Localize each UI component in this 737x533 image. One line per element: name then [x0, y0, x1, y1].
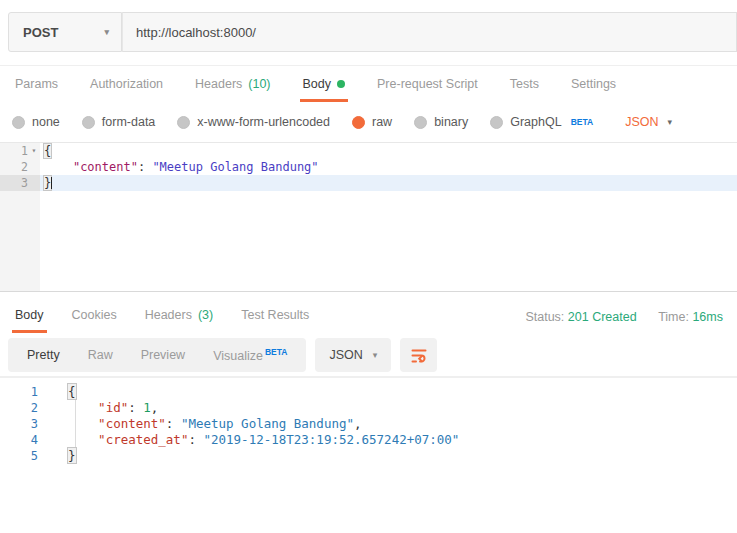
line-number: 1	[0, 384, 46, 400]
tab-body[interactable]: Body	[300, 66, 349, 102]
body-type-label: binary	[434, 115, 468, 129]
tab-label: Settings	[571, 77, 616, 91]
tab-label: Authorization	[90, 77, 163, 91]
code-text: "created_at": "2019-12-18T23:19:52.65724…	[68, 432, 459, 448]
status-label: Status:	[525, 310, 564, 324]
tab-params[interactable]: Params	[12, 66, 61, 102]
response-view-switch: PrettyRawPreviewVisualizeBETA	[8, 338, 306, 372]
code-line: 3 "content": "Meetup Golang Bandung",	[0, 416, 737, 432]
chevron-down-icon: ▾	[104, 27, 109, 37]
radio-icon	[177, 116, 190, 129]
view-visualize[interactable]: VisualizeBETA	[199, 347, 301, 363]
tab-authorization[interactable]: Authorization	[87, 66, 166, 102]
code-text: "content": "Meetup Golang Bandung",	[68, 416, 362, 432]
response-language-label: JSON	[329, 348, 362, 362]
tab-label: Headers	[145, 308, 192, 322]
method-select[interactable]: POST ▾	[8, 12, 122, 52]
wrap-text-button[interactable]	[400, 338, 437, 372]
code-text: {	[40, 143, 51, 159]
code-line: 2 "id": 1,	[0, 400, 737, 416]
view-raw[interactable]: Raw	[74, 348, 127, 362]
beta-badge: BETA	[265, 347, 288, 357]
tab-label: Cookies	[72, 308, 117, 322]
tab-settings[interactable]: Settings	[568, 66, 619, 102]
response-tab-headers[interactable]: Headers(3)	[142, 294, 217, 333]
token-plain	[68, 400, 98, 415]
view-label: Pretty	[27, 348, 60, 362]
time-value: 16ms	[692, 310, 723, 324]
line-number-text: 2	[0, 159, 28, 175]
code-text: }	[40, 175, 52, 191]
radio-icon	[352, 116, 365, 129]
code-line: 1▾{	[0, 143, 737, 159]
view-pretty[interactable]: Pretty	[13, 348, 74, 362]
response-header: BodyCookiesHeaders(3)Test Results Status…	[0, 292, 737, 333]
body-type-graphql[interactable]: GraphQLBETA	[490, 115, 593, 129]
tab-label: Test Results	[241, 308, 309, 322]
code-line: 2 "content": "Meetup Golang Bandung"	[0, 159, 737, 175]
response-tab-test-results[interactable]: Test Results	[238, 294, 312, 333]
line-number: 5	[0, 448, 46, 464]
token-plain	[68, 432, 98, 447]
body-type-x-www-form-urlencoded[interactable]: x-www-form-urlencoded	[177, 115, 330, 129]
tab-pre-request-script[interactable]: Pre-request Script	[374, 66, 481, 102]
body-type-label: none	[32, 115, 60, 129]
body-type-binary[interactable]: binary	[414, 115, 468, 129]
token-rstr: "Meetup Golang Bandung"	[181, 416, 354, 431]
tab-label: Params	[15, 77, 58, 91]
token-rkey: "content"	[98, 416, 166, 431]
line-number: 4	[0, 432, 46, 448]
response-language-select[interactable]: JSON ▾	[315, 338, 391, 372]
code-line: 4 "created_at": "2019-12-18T23:19:52.657…	[0, 432, 737, 448]
status-value: 201 Created	[568, 310, 637, 324]
line-number-text: 3	[0, 175, 28, 191]
response-toolbar: PrettyRawPreviewVisualizeBETA JSON ▾	[8, 338, 729, 372]
token-plain	[44, 160, 73, 174]
method-label: POST	[23, 25, 58, 40]
url-input[interactable]	[122, 12, 737, 52]
token-plain: :	[188, 432, 203, 447]
wrap-text-icon	[410, 346, 428, 364]
response-body-viewer[interactable]: 1{2 "id": 1,3 "content": "Meetup Golang …	[0, 378, 737, 464]
tab-count-badge: (10)	[248, 77, 270, 91]
token-plain: :	[166, 416, 181, 431]
text-cursor	[51, 177, 52, 189]
token-str: "Meetup Golang Bandung"	[152, 160, 318, 174]
response-tab-body[interactable]: Body	[12, 294, 47, 333]
code-line: 3}	[0, 175, 737, 191]
tab-label: Body	[303, 77, 332, 91]
tab-label: Pre-request Script	[377, 77, 478, 91]
body-type-label: GraphQL	[510, 115, 561, 129]
token-key: "content"	[73, 160, 138, 174]
request-body-editor[interactable]: 1▾{2 "content": "Meetup Golang Bandung"3…	[0, 142, 737, 292]
body-type-form-data[interactable]: form-data	[82, 115, 156, 129]
view-label: Preview	[141, 348, 185, 362]
radio-icon	[414, 116, 427, 129]
body-type-raw[interactable]: raw	[352, 115, 392, 129]
request-url-bar: POST ▾	[8, 12, 737, 52]
token-plain: ,	[354, 416, 362, 431]
response-tab-cookies[interactable]: Cookies	[69, 294, 120, 333]
code-text: "content": "Meetup Golang Bandung"	[40, 159, 319, 175]
body-language-select[interactable]: JSON▾	[625, 115, 672, 129]
view-preview[interactable]: Preview	[127, 348, 199, 362]
line-number-text: 1	[0, 143, 28, 159]
body-present-dot-icon	[337, 80, 345, 88]
fold-caret-icon[interactable]: ▾	[28, 143, 40, 159]
token-plain: :	[138, 160, 152, 174]
code-text: "id": 1,	[68, 400, 158, 416]
line-number: 2	[0, 400, 46, 416]
response-tabs: BodyCookiesHeaders(3)Test Results	[12, 294, 334, 333]
request-tabs: ParamsAuthorizationHeaders(10)BodyPre-re…	[0, 65, 737, 102]
tab-tests[interactable]: Tests	[507, 66, 542, 102]
tab-count-badge: (3)	[198, 308, 213, 322]
view-label: Visualize	[213, 349, 263, 363]
line-number: 2	[0, 159, 40, 175]
tab-headers[interactable]: Headers(10)	[192, 66, 273, 102]
body-type-none[interactable]: none	[12, 115, 60, 129]
code-line: 1{	[0, 384, 737, 400]
body-type-bar: noneform-datax-www-form-urlencodedrawbin…	[0, 102, 737, 142]
body-type-label: form-data	[102, 115, 156, 129]
tab-label: Headers	[195, 77, 242, 91]
radio-icon	[12, 116, 25, 129]
